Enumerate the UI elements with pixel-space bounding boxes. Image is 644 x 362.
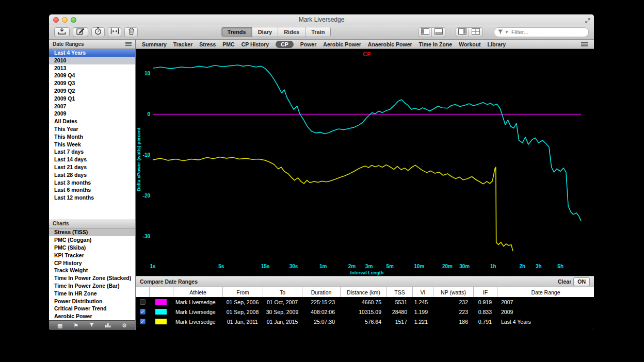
- funnel-icon[interactable]: [89, 321, 94, 330]
- cell-np: 232: [433, 299, 473, 305]
- date-range-item[interactable]: Last 28 days: [49, 171, 135, 179]
- gear-icon[interactable]: ⚙: [122, 321, 127, 330]
- date-range-item[interactable]: Last 3 months: [49, 179, 135, 187]
- date-range-item[interactable]: 2009 Q3: [49, 79, 135, 87]
- date-range-item[interactable]: 2009 Q4: [49, 72, 135, 79]
- chart-item[interactable]: Time In Power Zone (Stacked): [49, 274, 135, 282]
- toggle-bottombar-button[interactable]: [432, 27, 445, 37]
- filter-field[interactable]: ▼: [494, 27, 589, 37]
- cp-chart: 100-10-20-301s5s15s30s1m2m3m5m10m20m30m1…: [136, 49, 594, 276]
- date-range-item[interactable]: 2010: [49, 57, 135, 64]
- date-range-item[interactable]: 2009: [49, 110, 135, 118]
- compare-table-body: Mark Liversedge01 Sep, 200601 Oct, 20072…: [136, 297, 594, 326]
- compare-row: ✓Mark Liversedge01 Sep, 200830 Sep, 2009…: [136, 307, 594, 317]
- cell-if: 0.919: [473, 299, 497, 305]
- date-range-item[interactable]: Last 4 Years: [49, 49, 135, 57]
- x-tick-label: 1s: [150, 264, 156, 269]
- funnel-icon: [498, 27, 503, 37]
- edit-button[interactable]: [73, 27, 88, 37]
- compare-on-button[interactable]: ON: [573, 277, 590, 286]
- date-range-item[interactable]: 2009 Q2: [49, 87, 135, 95]
- main-tab[interactable]: Anaerobic Power: [368, 41, 412, 47]
- date-ranges-header: Date Ranges: [49, 40, 135, 49]
- chart-item[interactable]: Time In HR Zone: [49, 290, 135, 298]
- main-area: SummaryTrackerStressPMCCP HistoryCPPower…: [136, 40, 594, 330]
- x-tick-label: 2h: [519, 264, 525, 269]
- date-range-item[interactable]: This Week: [49, 141, 135, 149]
- filter-input[interactable]: [510, 28, 569, 36]
- row-checkbox[interactable]: [140, 299, 146, 305]
- view-tab-train[interactable]: Train: [305, 27, 330, 37]
- view-tab-trends[interactable]: Trends: [222, 27, 252, 37]
- date-range-item[interactable]: All Dates: [49, 118, 135, 125]
- main-tab[interactable]: Time In Zone: [419, 41, 453, 47]
- x-tick-label: 30m: [459, 264, 470, 269]
- main-tab[interactable]: PMC: [222, 41, 234, 47]
- chart-bars-icon[interactable]: [105, 321, 111, 330]
- main-tab[interactable]: CP: [276, 41, 294, 48]
- date-range-item[interactable]: Last 14 days: [49, 156, 135, 163]
- main-tab[interactable]: Stress: [199, 41, 216, 47]
- main-tab[interactable]: Power: [300, 41, 317, 47]
- chevron-down-icon: ▼: [505, 30, 509, 35]
- compare-row: ✓Mark Liversedge01 Jan, 201101 Jan, 2015…: [136, 317, 594, 326]
- toolbar: TrendsDiaryRidesTrain ▼: [49, 25, 594, 40]
- chart-item[interactable]: PMC (Skiba): [49, 244, 135, 252]
- row-checkbox[interactable]: ✓: [140, 319, 146, 324]
- chart-item[interactable]: Stress (TISS): [49, 228, 135, 236]
- menu-icon[interactable]: [581, 41, 588, 47]
- chart-item[interactable]: CP History: [49, 259, 135, 267]
- chart-item[interactable]: Time In Power Zone (Bar): [49, 282, 135, 290]
- main-tab[interactable]: Library: [488, 41, 506, 47]
- main-tab[interactable]: Workout: [459, 41, 480, 47]
- date-range-item[interactable]: Last 7 days: [49, 148, 135, 156]
- cell-vi: 1.221: [412, 319, 433, 325]
- column-header: NP (watts): [433, 287, 473, 297]
- main-tab[interactable]: Aerobic Power: [323, 41, 361, 47]
- date-range-item[interactable]: This Year: [49, 125, 135, 133]
- delete-button[interactable]: [124, 27, 138, 37]
- date-range-item[interactable]: Last 12 months: [49, 194, 135, 202]
- column-header: Athlete: [173, 287, 222, 297]
- app-window: Mark Liversedge TrendsDiaryRidesTrain: [49, 14, 594, 330]
- chart-item[interactable]: Aerobic Power: [49, 312, 135, 320]
- chart-item[interactable]: Power Distribution: [49, 298, 135, 305]
- chart-item[interactable]: KPI Tracker: [49, 252, 135, 259]
- main-tab[interactable]: Summary: [142, 41, 167, 47]
- date-range-item[interactable]: 2013: [49, 64, 135, 72]
- date-range-item[interactable]: Last 21 days: [49, 163, 135, 171]
- y-tick-label: -30: [143, 234, 151, 239]
- x-tick-label: 15s: [261, 264, 270, 269]
- layout-single-icon: [458, 27, 466, 37]
- clear-button[interactable]: Clear: [558, 278, 571, 285]
- layout-tiled-button[interactable]: [469, 27, 482, 37]
- date-range-item[interactable]: Last 6 months: [49, 186, 135, 194]
- view-tab-diary[interactable]: Diary: [252, 27, 278, 37]
- grid-icon[interactable]: ▦: [57, 321, 62, 330]
- date-range-item[interactable]: 2009 Q1: [49, 95, 135, 103]
- cp-chart-svg: 100-10-20-301s5s15s30s1m2m3m5m10m20m30m1…: [136, 49, 594, 276]
- view-tab-rides[interactable]: Rides: [278, 27, 305, 37]
- chart-item[interactable]: Track Weight: [49, 267, 135, 274]
- date-range-item[interactable]: This Month: [49, 133, 135, 141]
- layout-single-button[interactable]: [456, 27, 469, 37]
- stopwatch-button[interactable]: [91, 27, 105, 37]
- cell-date-range: 2007: [497, 299, 594, 305]
- x-tick-label: 1h: [490, 264, 496, 269]
- date-range-item[interactable]: 2007: [49, 103, 135, 110]
- flag-icon[interactable]: ⚑: [73, 321, 78, 330]
- chart-item[interactable]: PMC (Coggan): [49, 236, 135, 244]
- y-tick-label: -20: [143, 193, 151, 199]
- menu-icon[interactable]: [125, 41, 132, 47]
- x-tick-label: 2m: [348, 264, 356, 269]
- x-tick-label: 20m: [442, 264, 453, 269]
- main-tab[interactable]: Tracker: [173, 41, 192, 47]
- save-button[interactable]: [54, 27, 70, 37]
- main-tab[interactable]: CP History: [242, 41, 269, 47]
- chart-item[interactable]: Critical Power Trend: [49, 305, 135, 312]
- row-checkbox[interactable]: ✓: [140, 309, 146, 315]
- toggle-sidebar-button[interactable]: [418, 27, 432, 37]
- intervals-button[interactable]: [108, 27, 121, 37]
- table-filler: [136, 326, 594, 330]
- resize-icon[interactable]: [585, 17, 591, 26]
